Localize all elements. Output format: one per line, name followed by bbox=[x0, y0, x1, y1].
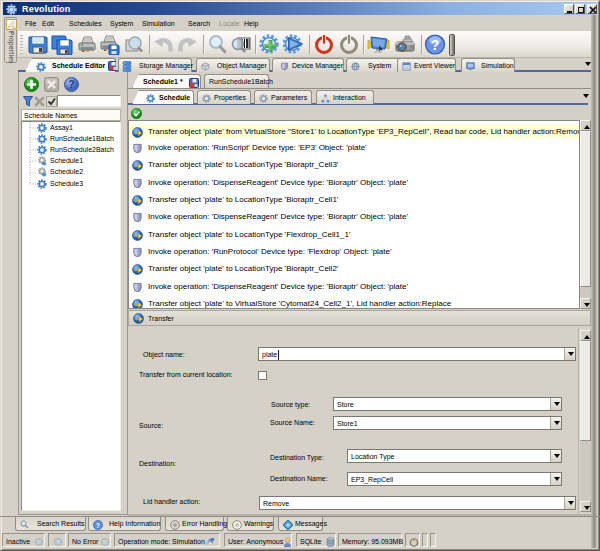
svg-text:?: ? bbox=[431, 37, 440, 53]
svg-text:?: ? bbox=[68, 78, 74, 90]
svg-text:?: ? bbox=[96, 521, 100, 528]
